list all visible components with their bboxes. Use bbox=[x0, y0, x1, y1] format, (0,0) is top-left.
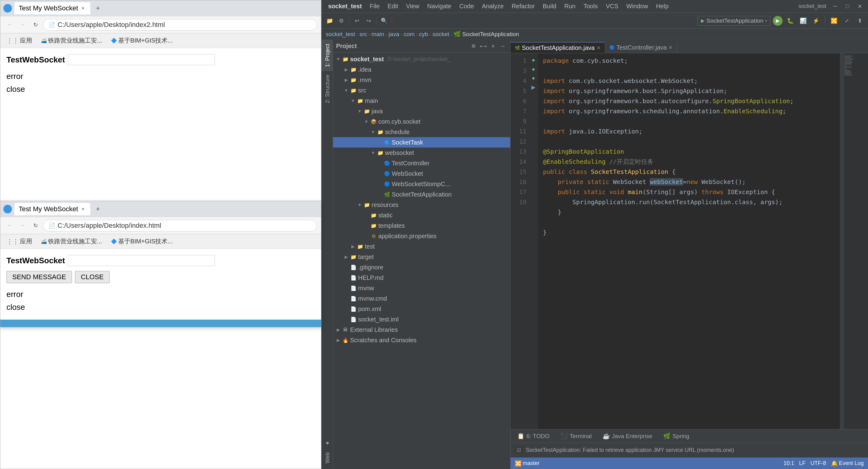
ide-minimize-btn[interactable]: ─ bbox=[830, 1, 840, 12]
push-btn[interactable]: ⬆ bbox=[855, 15, 865, 26]
refresh-btn-2[interactable]: ↻ bbox=[30, 220, 41, 231]
railway-bookmark[interactable]: 🚄 铁路营业线施工安... bbox=[38, 35, 105, 46]
ide-menu-navigate[interactable]: Navigate bbox=[424, 2, 455, 11]
refresh-btn-1[interactable]: ↻ bbox=[30, 20, 41, 30]
tab-close-1[interactable]: ✕ bbox=[80, 5, 86, 11]
vertical-scrollbar[interactable] bbox=[840, 53, 843, 429]
tree-package[interactable]: ▼ 📦 com.cyb.socket bbox=[333, 116, 510, 127]
todo-tab[interactable]: 📋 6: TODO bbox=[514, 431, 553, 441]
web-tab[interactable]: Web bbox=[321, 450, 333, 466]
tree-src[interactable]: ▼ 📁 src bbox=[333, 85, 510, 95]
ide-menu-build[interactable]: Build bbox=[539, 2, 560, 11]
run-btn[interactable]: ▶ bbox=[773, 16, 783, 26]
breadcrumb-main[interactable]: main bbox=[372, 31, 384, 38]
tree-templates[interactable]: 📁 templates bbox=[333, 220, 510, 231]
tree-gitignore[interactable]: 📄 .gitignore bbox=[333, 262, 510, 273]
status-line-col[interactable]: 10:1 bbox=[783, 460, 794, 467]
tree-pomxml[interactable]: 📄 pom.xml bbox=[333, 304, 510, 314]
spring-tab[interactable]: 🌿 Spring bbox=[660, 431, 692, 441]
code-editor[interactable]: package com.cyb.socket; import com.cyb.s… bbox=[538, 53, 840, 429]
browser-tab-2[interactable]: Test My WebSocket ✕ bbox=[14, 203, 90, 215]
project-icon-btn[interactable]: 📁 bbox=[324, 15, 335, 26]
ide-menu-window[interactable]: Window bbox=[623, 2, 652, 11]
ide-menu-tools[interactable]: Tools bbox=[580, 2, 601, 11]
ide-menu-edit[interactable]: Edit bbox=[384, 2, 402, 11]
forward-btn-1[interactable]: → bbox=[18, 20, 28, 30]
profile-btn[interactable]: ⚡ bbox=[811, 15, 821, 26]
forward-btn-2[interactable]: → bbox=[18, 220, 28, 231]
back-btn-1[interactable]: ← bbox=[5, 20, 15, 30]
back-btn-2[interactable]: ← bbox=[5, 220, 15, 231]
tree-mvnwcmd[interactable]: 📄 mvnw.cmd bbox=[333, 293, 510, 304]
breadcrumb-src[interactable]: src bbox=[359, 31, 367, 38]
redo-btn[interactable]: ↪ bbox=[363, 15, 374, 26]
tree-static[interactable]: 📁 static bbox=[333, 210, 510, 220]
tree-mvnw[interactable]: 📄 mvnw bbox=[333, 283, 510, 293]
bim-bookmark[interactable]: 🔷 基于BIM+GIS技术... bbox=[108, 35, 176, 46]
structure-tab[interactable]: 2: Structure bbox=[321, 71, 333, 107]
breadcrumb-socket-test[interactable]: socket_test bbox=[326, 31, 355, 38]
ide-menu-refactor[interactable]: Refactor bbox=[508, 2, 539, 11]
tree-mvn[interactable]: ▶ 📁 .mvn bbox=[333, 75, 510, 85]
apps-bookmark-2[interactable]: ⋮⋮ 应用 bbox=[3, 236, 35, 247]
ide-menu-run[interactable]: Run bbox=[561, 2, 579, 11]
ide-menu-file[interactable]: socket_test bbox=[324, 2, 366, 11]
ide-menu-analyze[interactable]: Analyze bbox=[478, 2, 507, 11]
breadcrumb-java[interactable]: java bbox=[389, 31, 399, 38]
tree-main[interactable]: ▼ 📁 main bbox=[333, 95, 510, 106]
status-event-log[interactable]: 🔔 Event Log bbox=[831, 460, 864, 467]
debug-btn[interactable]: 🐛 bbox=[785, 15, 796, 26]
tree-sockettask[interactable]: 🔷 SocketTask bbox=[333, 137, 510, 148]
gear-icon[interactable]: ⚙ bbox=[469, 42, 478, 51]
status-vcs[interactable]: 🔀 master bbox=[515, 460, 539, 467]
tree-websocket-class[interactable]: 🔵 WebSocket bbox=[333, 168, 510, 179]
send-message-btn[interactable]: SEND MESSAGE bbox=[6, 271, 72, 283]
ide-menu-code[interactable]: Code bbox=[456, 2, 478, 11]
tab-test-controller[interactable]: 🔵 TestController.java ✕ bbox=[605, 42, 677, 53]
tree-iml[interactable]: 📄 socket_test.iml bbox=[333, 314, 510, 324]
tree-test[interactable]: ▶ 📁 test bbox=[333, 241, 510, 252]
breadcrumb-cyb[interactable]: cyb bbox=[419, 31, 428, 38]
ide-close-btn[interactable]: ✕ bbox=[855, 1, 865, 12]
favorites-tab[interactable]: ★ bbox=[321, 437, 333, 450]
run-output-toggle[interactable]: ☑ bbox=[514, 447, 523, 454]
java-enterprise-tab[interactable]: ☕ Java Enterprise bbox=[599, 431, 655, 441]
tree-scratches[interactable]: ▶ 🔥 Scratches and Consoles bbox=[333, 335, 510, 345]
tree-external-libs[interactable]: ▶ 🏛 External Libraries bbox=[333, 324, 510, 335]
commit-btn[interactable]: ✓ bbox=[842, 15, 852, 26]
close-panel-icon[interactable]: ─ bbox=[499, 42, 507, 51]
ws-input-1[interactable] bbox=[68, 54, 215, 65]
close-btn[interactable]: CLOSE bbox=[75, 271, 110, 283]
expand-icon[interactable]: ⟷ bbox=[479, 42, 488, 51]
coverage-btn[interactable]: 📊 bbox=[798, 15, 808, 26]
undo-btn[interactable]: ↩ bbox=[352, 15, 362, 26]
browser-tab-1[interactable]: Test My WebSocket ✕ bbox=[14, 2, 90, 14]
editor-content[interactable]: 1 3 4 5 6 7 9 11 12 13 14 15 16 17 bbox=[510, 53, 868, 429]
tree-target[interactable]: ▶ 📁 target bbox=[333, 252, 510, 262]
tree-root[interactable]: ▼ 📁 socket_test D:\socket_project\socket… bbox=[333, 54, 510, 64]
ide-menu-help[interactable]: Help bbox=[652, 2, 672, 11]
search-everywhere-btn[interactable]: 🔍 bbox=[379, 15, 389, 26]
tree-java[interactable]: ▼ 📁 java bbox=[333, 106, 510, 116]
tree-idea[interactable]: ▶ 📁 .idea bbox=[333, 64, 510, 75]
breadcrumb-com[interactable]: com bbox=[404, 31, 415, 38]
ide-maximize-btn[interactable]: □ bbox=[842, 1, 853, 12]
bim-bookmark-2[interactable]: 🔷 基于BIM+GIS技术... bbox=[108, 236, 176, 247]
tree-resources[interactable]: ▼ 📁 resources bbox=[333, 199, 510, 210]
railway-bookmark-2[interactable]: 🚄 铁路营业线施工安... bbox=[38, 236, 105, 247]
tree-testcontroller[interactable]: 🔵 TestController bbox=[333, 158, 510, 168]
new-tab-btn-1[interactable]: + bbox=[93, 3, 103, 13]
ide-menu-view[interactable]: View bbox=[402, 2, 423, 11]
ws-input-2[interactable] bbox=[68, 255, 215, 266]
settings-icon[interactable]: ≡ bbox=[489, 42, 497, 51]
tree-schedule[interactable]: ▼ 📁 schedule bbox=[333, 127, 510, 137]
git-btn[interactable]: 🔀 bbox=[829, 15, 839, 26]
tree-websocketstomp[interactable]: 🔵 WebSocketStompC... bbox=[333, 179, 510, 189]
status-encoding[interactable]: UTF-8 bbox=[810, 460, 826, 467]
terminal-tab[interactable]: ⬛ Terminal bbox=[557, 431, 595, 441]
apps-bookmark[interactable]: ⋮⋮ 应用 bbox=[3, 35, 35, 46]
breadcrumb-sockettest[interactable]: SocketTestApplication bbox=[462, 31, 519, 38]
tree-helpmd[interactable]: 📄 HELP.md bbox=[333, 273, 510, 283]
new-tab-btn-2[interactable]: + bbox=[93, 204, 103, 214]
breadcrumb-socket[interactable]: socket bbox=[432, 31, 449, 38]
